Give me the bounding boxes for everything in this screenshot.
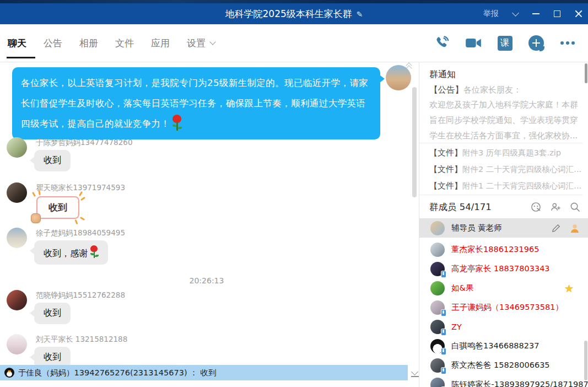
member-row[interactable]: 如&果 ★	[419, 278, 582, 298]
member-row[interactable]: 董杰家长18861231965	[419, 240, 582, 259]
tab-settings[interactable]: 设置	[187, 24, 215, 62]
chat-scrollbar[interactable]	[412, 87, 417, 197]
sender-name: 范晓铮妈妈15512762288	[36, 291, 125, 300]
group-notice-title: 群通知	[429, 69, 456, 80]
message-bubble[interactable]: 收到	[34, 303, 71, 324]
own-message-text: 各位家长，以上英语复习计划，是我院专门为25级新生制定的。现已临近开学，请家长们…	[21, 78, 368, 129]
own-message-bubble[interactable]: 各位家长，以上英语复习计划，是我院专门为25级新生制定的。现已临近开学，请家长们…	[12, 67, 380, 139]
expand-messages-icon[interactable]	[411, 369, 419, 376]
rose-emoji	[90, 245, 99, 259]
sender-name: 刘天平家长 13215812188	[36, 335, 127, 345]
chevron-down-icon	[209, 39, 215, 45]
notice-line: 旨在同步学校学院通知、学业表现等贯穿	[429, 115, 578, 126]
owner-person-icon	[570, 223, 580, 233]
avatar[interactable]	[7, 290, 27, 310]
chat-panel: 各位家长，以上英语复习计划，是我院专门为25级新生制定的。现已临近开学，请家长们…	[0, 62, 419, 365]
notice-scrollbar[interactable]	[585, 63, 587, 83]
file-item[interactable]: 【文件】附件2 二十天背完四级核心词汇...	[429, 164, 581, 175]
avatar	[430, 281, 445, 295]
avatar	[430, 358, 445, 373]
add-member-icon[interactable]	[550, 202, 561, 212]
sticker-message[interactable]: 收到	[36, 196, 79, 219]
avatar	[430, 320, 445, 334]
avatar	[430, 300, 445, 315]
tab-files[interactable]: 文件	[115, 24, 134, 62]
mobile-online-badge	[441, 309, 446, 316]
more-options-icon[interactable]	[559, 35, 576, 51]
edit-title-icon[interactable]: ✎	[357, 10, 363, 19]
message-bubble[interactable]: 收到，感谢	[34, 240, 108, 265]
fist-emoji	[31, 213, 41, 223]
notice-header[interactable]: 【公告】各位家长朋友：	[429, 84, 521, 96]
tab-apps[interactable]: 应用	[151, 24, 170, 62]
tab-chat[interactable]: 聊天	[8, 24, 26, 62]
maximize-button[interactable]	[554, 10, 560, 17]
avatar[interactable]	[7, 137, 27, 158]
rose-emoji	[172, 115, 183, 131]
members-count-header: 群成员 54/171	[429, 201, 492, 213]
message-bubble[interactable]: 收到	[34, 150, 71, 171]
latest-message-text: 于佳良（妈妈）13942765276(2313145673) ： 收到	[18, 368, 216, 378]
edit-card-icon[interactable]	[552, 223, 561, 233]
member-row[interactable]: 白骐鸣爸13466888237	[419, 336, 582, 356]
member-list-scrollbar[interactable]	[584, 341, 587, 380]
minimize-button[interactable]	[532, 13, 540, 14]
mobile-online-badge	[441, 271, 446, 278]
mobile-online-badge	[441, 367, 446, 374]
avatar	[430, 262, 445, 276]
close-button[interactable]	[575, 10, 582, 18]
chevron-down-icon[interactable]	[512, 9, 519, 17]
avatar	[430, 243, 445, 257]
mobile-online-badge	[441, 329, 446, 336]
voice-call-icon[interactable]	[434, 35, 450, 51]
latest-message-bar[interactable]: 于佳良（妈妈）13942765276(2313145673) ： 收到	[0, 365, 408, 380]
avatar[interactable]	[7, 182, 27, 203]
member-row-owner[interactable]: 辅导员 黄老师	[419, 218, 588, 238]
sidebar: 群通知 【公告】各位家长朋友： 欢迎您及孩子加入地科学院大家庭！本群 旨在同步学…	[419, 62, 588, 387]
own-avatar[interactable]	[386, 65, 411, 90]
notice-line: 欢迎您及孩子加入地科学院大家庭！本群	[429, 100, 578, 110]
star-badge-icon: ★	[564, 282, 574, 294]
avatar[interactable]	[7, 334, 27, 354]
mobile-online-badge	[441, 348, 446, 355]
member-row[interactable]: 高龙亭家长 18837803343	[419, 259, 582, 278]
report-button[interactable]: 举报	[483, 9, 499, 19]
avatar	[430, 378, 445, 387]
member-row[interactable]: ZY	[419, 317, 582, 336]
file-item[interactable]: 【文件】附件1 二十天背完四级核心词汇...	[429, 181, 581, 191]
search-member-icon[interactable]	[570, 202, 580, 212]
mute-member-icon[interactable]	[531, 202, 541, 212]
notice-line: 学生在校生活各方面事宜，强化家校协...	[429, 131, 578, 141]
class-course-icon[interactable]: 课	[497, 35, 513, 51]
group-title-text: 地科学院2025级本科生家长群	[225, 8, 352, 19]
sender-name: 于陈梦哲妈妈13477478260	[36, 138, 132, 148]
avatar[interactable]	[7, 228, 27, 248]
qq-penguin-icon	[4, 368, 14, 378]
file-item[interactable]: 【文件】附件3 历年四级真题3套.zip	[429, 148, 561, 158]
sender-name: 徐子楚妈妈18984059495	[36, 228, 125, 238]
member-row[interactable]: 陈钰婷家长-13893897925/1871987	[419, 375, 582, 387]
tab-album[interactable]: 相册	[79, 24, 98, 62]
timestamp: 20:26:13	[0, 276, 413, 285]
avatar	[430, 339, 445, 353]
tab-bar: 聊天 公告 相册 文件 应用 设置 课	[0, 24, 588, 62]
add-plus-icon[interactable]	[528, 35, 544, 51]
titlebar: 地科学院2025级本科生家长群✎ 举报	[0, 3, 588, 24]
video-call-icon[interactable]	[465, 35, 482, 51]
tab-announcements[interactable]: 公告	[44, 24, 62, 62]
member-row[interactable]: 蔡文杰爸爸 15828006635	[419, 356, 582, 375]
avatar	[430, 221, 445, 235]
member-row[interactable]: 王子谦妈妈（13469573581）	[419, 298, 582, 317]
message-bubble[interactable]: 收到	[34, 347, 71, 365]
